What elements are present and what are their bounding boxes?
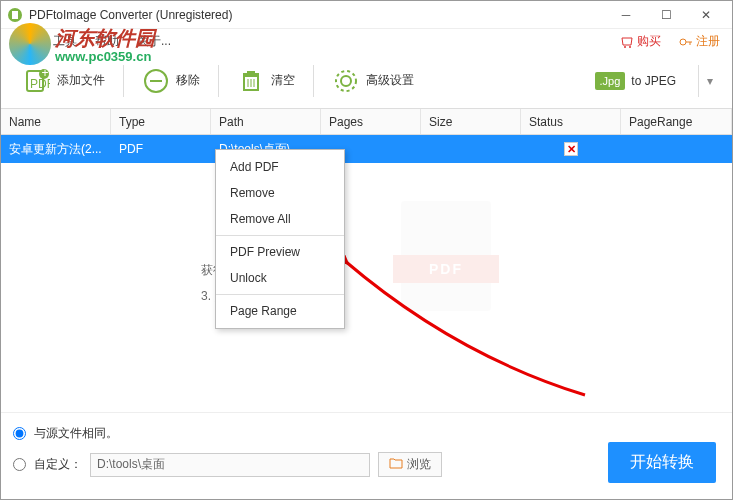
trash-icon [237, 67, 265, 95]
separator [218, 65, 219, 97]
separator [123, 65, 124, 97]
col-type[interactable]: Type [111, 109, 211, 134]
svg-point-3 [629, 46, 631, 48]
error-icon: ✕ [564, 142, 578, 156]
col-status[interactable]: Status [521, 109, 621, 134]
pdf-ghost-icon: PDF [401, 201, 491, 311]
buy-link[interactable]: 购买 [620, 33, 661, 50]
ctx-remove[interactable]: Remove [216, 180, 344, 206]
label-same-as-source: 与源文件相同。 [34, 425, 118, 442]
ctx-unlock[interactable]: Unlock [216, 265, 344, 291]
svg-point-14 [341, 76, 351, 86]
minus-icon [142, 67, 170, 95]
app-icon [7, 7, 23, 23]
advanced-button[interactable]: 高级设置 [322, 63, 424, 99]
ctx-preview[interactable]: PDF Preview [216, 239, 344, 265]
table-row[interactable]: 安卓更新方法(2... PDF D:\tools\桌面\... ✕ [1, 135, 732, 163]
menu-about[interactable]: 关于... [137, 33, 171, 50]
jpg-badge-icon: .Jpg [595, 72, 626, 90]
separator [313, 65, 314, 97]
close-button[interactable]: ✕ [686, 3, 726, 27]
add-file-button[interactable]: PDF+ 添加文件 [13, 63, 115, 99]
toolbar: PDF+ 添加文件 移除 清空 高级设置 .Jpg to JPEG ▾ [1, 53, 732, 109]
radio-same-as-source[interactable] [13, 427, 26, 440]
output-same-row: 与源文件相同。 [13, 425, 720, 442]
ctx-add-pdf[interactable]: Add PDF [216, 154, 344, 180]
folder-icon [389, 457, 403, 472]
ctx-remove-all[interactable]: Remove All [216, 206, 344, 232]
svg-point-2 [624, 46, 626, 48]
minimize-button[interactable]: ─ [606, 3, 646, 27]
output-panel: 与源文件相同。 自定义： 浏览 开始转换 [1, 412, 732, 499]
browse-button[interactable]: 浏览 [378, 452, 442, 477]
register-link[interactable]: 注册 [679, 33, 720, 50]
context-menu: Add PDF Remove Remove All PDF Preview Un… [215, 149, 345, 329]
col-path[interactable]: Path [211, 109, 321, 134]
cell-status: ✕ [521, 142, 621, 156]
pdf-add-icon: PDF+ [23, 67, 51, 95]
cell-type: PDF [111, 142, 211, 156]
title-bar: PDFtoImage Converter (Unregistered) ─ ☐ … [1, 1, 732, 29]
top-right-links: 购买 注册 [620, 33, 720, 50]
col-pages[interactable]: Pages [321, 109, 421, 134]
menu-file[interactable]: 文件 [11, 33, 35, 50]
label-custom: 自定义： [34, 456, 82, 473]
remove-button[interactable]: 移除 [132, 63, 210, 99]
table-header: Name Type Path Pages Size Status PageRan… [1, 109, 732, 135]
svg-point-4 [680, 39, 686, 45]
format-dropdown-caret[interactable]: ▾ [698, 65, 720, 97]
format-selector[interactable]: .Jpg to JPEG [585, 68, 686, 94]
svg-text:+: + [42, 68, 49, 80]
menu-tools[interactable]: 工具 [53, 33, 77, 50]
svg-point-15 [336, 71, 356, 91]
custom-path-input[interactable] [90, 453, 370, 477]
svg-rect-1 [12, 11, 18, 19]
col-name[interactable]: Name [1, 109, 111, 134]
menu-help[interactable]: 帮助 [95, 33, 119, 50]
clear-button[interactable]: 清空 [227, 63, 305, 99]
col-size[interactable]: Size [421, 109, 521, 134]
ctx-separator [216, 235, 344, 236]
col-range[interactable]: PageRange [621, 109, 732, 134]
window-title: PDFtoImage Converter (Unregistered) [29, 8, 606, 22]
start-convert-button[interactable]: 开始转换 [608, 442, 716, 483]
maximize-button[interactable]: ☐ [646, 3, 686, 27]
ctx-page-range[interactable]: Page Range [216, 298, 344, 324]
radio-custom[interactable] [13, 458, 26, 471]
gear-icon [332, 67, 360, 95]
ctx-separator [216, 294, 344, 295]
cell-name: 安卓更新方法(2... [1, 141, 111, 158]
